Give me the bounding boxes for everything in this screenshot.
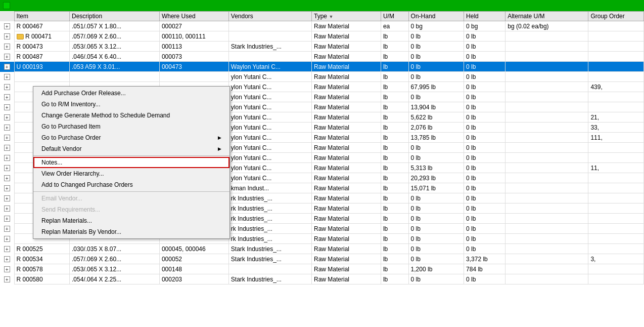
row-expander[interactable]: +: [0, 62, 14, 72]
cell-altum: [505, 193, 588, 203]
cell-type: Raw Material: [312, 62, 381, 72]
row-expander[interactable]: +: [0, 254, 14, 264]
expand-icon[interactable]: +: [4, 155, 10, 161]
row-expander[interactable]: +: [0, 173, 14, 183]
expand-icon[interactable]: +: [4, 256, 10, 262]
cell-um: lb: [381, 112, 408, 122]
table-row[interactable]: +R 000578.053/.065 X 3.12...000148Raw Ma…: [0, 264, 644, 274]
menu-item-go-to-purchased-item[interactable]: Go to Purchased Item: [33, 121, 229, 132]
row-expander[interactable]: +: [0, 264, 14, 274]
cell-onhand: 0 lb: [408, 274, 464, 284]
expand-icon[interactable]: +: [4, 104, 10, 110]
cell-grouporder: 111,: [588, 133, 644, 143]
cell-held: 0 lb: [464, 133, 505, 143]
row-expander[interactable]: +: [0, 183, 14, 193]
table-row[interactable]: +R 000473.053/.065 X 3.12...000113Stark …: [0, 42, 644, 52]
row-expander[interactable]: +: [0, 163, 14, 173]
cell-grouporder: [588, 72, 644, 82]
cell-description: .030/.035 X 8.07...: [70, 244, 160, 254]
expand-icon[interactable]: +: [4, 195, 10, 201]
row-expander[interactable]: +: [0, 72, 14, 82]
expand-icon[interactable]: +: [4, 114, 10, 120]
row-expander[interactable]: +: [0, 31, 14, 42]
expand-icon[interactable]: +: [4, 94, 10, 100]
type-filter-icon[interactable]: ▼: [329, 14, 333, 19]
menu-item-add-to-changed-purchase-orders[interactable]: Add to Changed Purchase Orders: [33, 179, 229, 190]
cell-um: lb: [381, 173, 408, 183]
expand-icon[interactable]: +: [4, 246, 10, 252]
table-row[interactable]: +U 000193.053 A59 X 3.01...000473Waylon …: [0, 62, 644, 72]
cell-onhand: 0 lb: [408, 42, 464, 52]
row-expander[interactable]: +: [0, 102, 14, 112]
cell-altum: [505, 214, 588, 224]
expand-icon[interactable]: +: [4, 165, 10, 171]
expand-icon[interactable]: +: [4, 54, 10, 60]
menu-item-view-order-hierarchy---[interactable]: View Order Hierarchy...: [33, 168, 229, 179]
menu-item-go-to-purchase-order[interactable]: Go to Purchase Order: [33, 132, 229, 143]
expand-icon[interactable]: +: [4, 226, 10, 232]
row-expander[interactable]: +: [0, 82, 14, 92]
row-expander[interactable]: +: [0, 21, 14, 31]
menu-item-default-vendor[interactable]: Default Vendor: [33, 143, 229, 154]
cell-held: 0 lb: [464, 183, 505, 193]
menu-item-notes---[interactable]: Notes...: [33, 157, 229, 168]
expand-icon[interactable]: +: [4, 185, 10, 191]
row-expander[interactable]: +: [0, 122, 14, 133]
table-row[interactable]: +R 000525.030/.035 X 8.07...000045, 0000…: [0, 244, 644, 254]
table-row[interactable]: +R 000487.046/.054 X 6.40...000073Raw Ma…: [0, 52, 644, 62]
row-expander[interactable]: +: [0, 112, 14, 122]
row-expander[interactable]: +: [0, 224, 14, 234]
cell-um: lb: [381, 214, 408, 224]
expand-icon[interactable]: +: [4, 125, 10, 131]
row-expander[interactable]: +: [0, 143, 14, 153]
expand-icon[interactable]: +: [4, 276, 10, 282]
cell-type: Raw Material: [312, 112, 381, 122]
menu-item-email-vendor---[interactable]: Email Vendor...: [33, 193, 229, 204]
cell-vendors: Stark Industries_...: [228, 254, 311, 264]
table-row[interactable]: +ylon Yutani C...Raw Materiallb0 lb0 lb: [0, 72, 644, 82]
expand-icon[interactable]: +: [4, 64, 10, 70]
menu-item-change-generate-method-to-schedule-demand[interactable]: Change Generate Method to Schedule Deman…: [33, 110, 229, 121]
row-expander[interactable]: +: [0, 244, 14, 254]
row-expander[interactable]: +: [0, 193, 14, 203]
menu-item-go-to-r-m-inventory---[interactable]: Go to R/M Inventory...: [33, 99, 229, 110]
table-container[interactable]: Item Description Where Used Vendors Type…: [0, 11, 644, 327]
expand-icon[interactable]: +: [4, 236, 10, 242]
expand-icon[interactable]: +: [4, 206, 10, 212]
cell-type: Raw Material: [312, 193, 381, 203]
row-expander[interactable]: +: [0, 153, 14, 163]
row-expander[interactable]: +: [0, 133, 14, 143]
menu-item-send-requirements---[interactable]: Send Requirements...: [33, 204, 229, 215]
table-row[interactable]: +R 000534.057/.069 X 2.60...000052Stark …: [0, 254, 644, 264]
expand-icon[interactable]: +: [4, 84, 10, 90]
cell-held: 0 lb: [464, 112, 505, 122]
context-menu: Add Purchase Order Release...Go to R/M I…: [33, 86, 230, 239]
table-row[interactable]: + R 000471.057/.069 X 2.60...000110, 000…: [0, 31, 644, 42]
row-expander[interactable]: +: [0, 203, 14, 214]
expand-icon[interactable]: +: [4, 175, 10, 181]
row-expander[interactable]: +: [0, 52, 14, 62]
row-expander[interactable]: +: [0, 234, 14, 244]
cell-grouporder: [588, 244, 644, 254]
expand-icon[interactable]: +: [4, 74, 10, 80]
row-expander[interactable]: +: [0, 92, 14, 102]
menu-item-replan-materials-by-vendor---[interactable]: Replan Materials By Vendor...: [33, 226, 229, 237]
expand-icon[interactable]: +: [4, 145, 10, 151]
menu-item-add-purchase-order-release---[interactable]: Add Purchase Order Release...: [33, 88, 229, 99]
expand-icon[interactable]: +: [4, 33, 10, 39]
expand-icon[interactable]: +: [4, 216, 10, 222]
cell-altum: [505, 254, 588, 264]
expand-icon[interactable]: +: [4, 23, 10, 29]
row-expander[interactable]: +: [0, 274, 14, 284]
table-row[interactable]: +R 000580.054/.064 X 2.25...000203Stark …: [0, 274, 644, 284]
row-expander[interactable]: +: [0, 214, 14, 224]
table-row[interactable]: +R 000467.051/.057 X 1.80...000027Raw Ma…: [0, 21, 644, 31]
expand-icon[interactable]: +: [4, 266, 10, 272]
row-expander[interactable]: +: [0, 42, 14, 52]
expand-icon[interactable]: +: [4, 135, 10, 141]
expand-icon[interactable]: +: [4, 44, 10, 50]
cell-onhand: 0 lb: [408, 92, 464, 102]
menu-item-replan-materials---[interactable]: Replan Materials...: [33, 215, 229, 226]
cell-um: ea: [381, 21, 408, 31]
cell-grouporder: [588, 21, 644, 31]
